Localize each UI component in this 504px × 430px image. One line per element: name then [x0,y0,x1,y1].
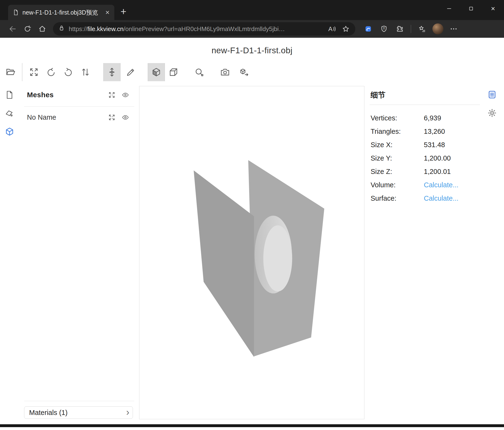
home-button[interactable] [35,22,50,36]
detail-row-triangles: Triangles: 13,260 [370,125,480,138]
mesh-item-actions [108,114,129,121]
details-rows: Vertices: 6,939 Triangles: 13,260 Size X… [370,111,480,205]
detail-row-volume: Volume: Calculate... [370,178,480,192]
right-icon-strip [480,86,504,419]
detail-row-surface: Surface: Calculate... [370,192,480,205]
detail-value: 1,200.01 [424,168,451,176]
visibility-mesh-eye-icon[interactable] [122,114,129,121]
browser-tabbar: new-F1-D1-1-first.obj3D预览 × + × [0,0,504,20]
calculate-surface-link[interactable]: Calculate... [424,195,459,202]
detail-label: Surface: [370,195,424,202]
window-close-button[interactable]: × [482,0,504,17]
fit-mesh-icon[interactable] [108,114,116,121]
read-aloud-icon[interactable]: A [328,25,336,33]
detail-label: Size X: [370,141,424,149]
panel-divider [370,105,480,105]
url-protocol: https:// [69,25,87,32]
refresh-button[interactable] [20,22,35,36]
shield-extension-icon[interactable]: T [378,23,390,35]
left-icon-strip [0,86,19,419]
flip-vertical-button[interactable] [77,63,94,81]
page-title: new-F1-D1-1-first.obj [0,45,504,56]
back-button[interactable] [5,22,20,36]
detail-row-size-z: Size Z: 1,200.01 [370,165,480,178]
front-plane [194,170,254,357]
rotate-view-button[interactable] [43,63,60,81]
fit-all-icon[interactable] [108,91,116,99]
detail-value: 6,939 [424,114,441,122]
profile-avatar[interactable] [432,23,444,35]
model-render [139,86,364,419]
lock-icon[interactable] [58,25,67,33]
url-text: https://file.kkview.cn/onlinePreview?url… [69,25,324,33]
toolbar-separator [411,25,411,33]
detail-value: 531.48 [424,141,445,149]
details-list-icon-active[interactable] [487,90,497,99]
detail-row-vertices: Vertices: 6,939 [370,111,480,125]
measure-button[interactable] [191,63,208,81]
detail-row-size-y: Size Y: 1,200.00 [370,151,480,165]
browser-toolbar: https://file.kkview.cn/onlinePreview?url… [0,20,504,38]
detail-label: Triangles: [370,128,424,135]
browser-tab[interactable]: new-F1-D1-1-first.obj3D预览 × [8,5,114,20]
new-tab-button[interactable]: + [120,7,126,17]
favorite-star-icon[interactable] [342,25,350,33]
detail-value: 13,260 [424,128,445,135]
svg-text:T: T [383,27,385,30]
detail-label: Volume: [370,181,424,189]
ortho-cube-button[interactable] [165,63,182,81]
draw-line-button[interactable] [122,63,139,81]
window-controls: × [438,0,504,17]
meshes-header-actions [108,91,129,99]
material-tab-icon[interactable] [5,108,14,118]
details-panel: 细节 Vertices: 6,939 Triangles: 13,260 Siz… [370,86,480,419]
meshes-header: Meshes [24,88,134,102]
chevron-right-icon: › [126,407,129,417]
address-bar[interactable]: https://file.kkview.cn/onlinePreview?url… [53,22,355,36]
avatar-image [432,23,443,34]
extension-area: T [362,23,460,35]
materials-button[interactable]: Materials (1) › [24,406,133,419]
detail-value: 1,200.00 [424,154,451,162]
visibility-all-eye-icon[interactable] [122,91,129,99]
tab-close-icon[interactable]: × [104,9,110,16]
mesh-list-item[interactable]: No Name [24,110,134,124]
file-info-tab-icon[interactable] [5,90,14,100]
window-maximize-button[interactable] [460,0,482,17]
perspective-cube-button[interactable] [148,63,165,81]
export-model-button[interactable] [235,63,253,81]
address-bar-actions: A [328,25,350,33]
calculate-volume-link[interactable]: Calculate... [424,181,459,189]
window-minimize-button[interactable] [438,0,460,17]
url-path: /onlinePreview?url=aHR0cHM6Ly9maWxlLmtrd… [124,25,285,32]
fit-view-button[interactable] [25,63,43,81]
detail-label: Size Z: [370,168,424,176]
materials-section: Materials (1) › [24,396,134,419]
rotate-axis-button[interactable] [60,63,77,81]
open-file-button[interactable] [2,63,19,81]
blue-extension-icon[interactable] [362,23,374,35]
move-axis-button[interactable] [103,63,120,81]
cylinder-cap [263,225,292,291]
main-content: Meshes No Name [0,86,504,419]
materials-label: Materials (1) [29,409,126,417]
viewer-page: new-F1-D1-1-first.obj [0,38,504,427]
browser-menu-icon[interactable] [447,23,460,35]
panel-divider [24,106,134,107]
detail-label: Vertices: [370,114,424,122]
detail-row-size-x: Size X: 531.48 [370,138,480,151]
window-bottom-edge [0,424,504,427]
screenshot-camera-button[interactable] [216,63,234,81]
model-tab-icon-active[interactable] [5,127,14,136]
model-toolbar [2,63,504,81]
panel-divider [24,401,134,401]
url-domain: file.kkview.cn [87,25,124,32]
mesh-name: No Name [27,113,108,121]
model-viewport[interactable] [139,86,364,419]
settings-gear-icon[interactable] [487,108,497,118]
file-favicon-icon [12,9,19,16]
browser-window: new-F1-D1-1-first.obj3D预览 × + × [0,0,504,430]
extensions-puzzle-icon[interactable] [394,23,406,35]
meshes-title: Meshes [27,91,108,99]
favorites-bar-icon[interactable] [416,23,428,35]
